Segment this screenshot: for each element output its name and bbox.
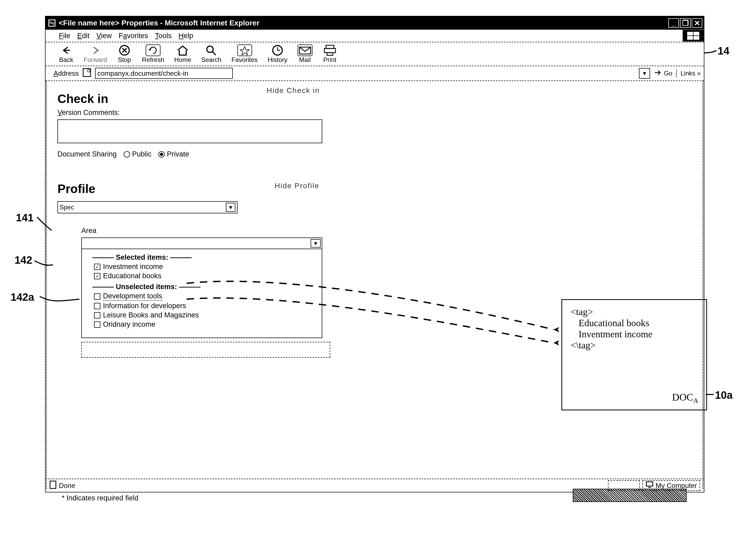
address-bar: Address companyx.document/check-in ▾ Go … (46, 66, 704, 81)
history-button[interactable]: History (268, 44, 288, 64)
svg-rect-3 (687, 36, 693, 40)
checkbox-icon (94, 312, 100, 318)
hide-profile-link[interactable]: Hide Profile (275, 182, 319, 190)
item-ordinary-income[interactable]: Oridnary income (94, 320, 316, 329)
done-status: Done (49, 480, 75, 491)
history-icon (270, 44, 285, 56)
page-icon (82, 68, 91, 79)
item-development-tools[interactable]: Development tools (94, 292, 316, 301)
doc-line2: Inventment income (579, 329, 698, 340)
sharing-private-radio[interactable]: Private (158, 150, 189, 158)
area-label: Area (81, 227, 330, 235)
spec-select[interactable]: Spec ▾ (57, 201, 238, 213)
dropdown-icon[interactable]: ▾ (311, 239, 321, 248)
ie-window: <File name here> Properties - Microsoft … (45, 16, 704, 492)
area-listbox[interactable]: ▾ Selected items: Investment income Educ… (81, 237, 322, 338)
annot-10a: 10a (715, 389, 733, 401)
unselected-items: Development tools Information for develo… (94, 292, 316, 329)
selected-items-heading: Selected items: (92, 253, 316, 262)
status-bar: Done My Computer (46, 479, 704, 492)
close-button[interactable]: ✕ (692, 18, 702, 28)
menu-view[interactable]: View (96, 32, 112, 40)
dropdown-icon: ▾ (226, 203, 235, 212)
sharing-public-radio[interactable]: Public (124, 150, 152, 158)
menu-help[interactable]: Help (178, 32, 193, 40)
version-comments-input[interactable] (57, 119, 322, 143)
svg-rect-10 (324, 48, 335, 53)
area-section: Area ▾ Selected items: Investment income… (81, 227, 330, 358)
mail-button[interactable]: Mail (298, 44, 312, 64)
svg-rect-15 (646, 482, 653, 486)
address-dropdown[interactable]: ▾ (639, 68, 650, 79)
doc-label: DOCA (672, 391, 698, 405)
checkin-section: Check in Version Comments: Document Shar… (57, 92, 333, 158)
item-info-for-developers[interactable]: Information for developers (94, 302, 316, 310)
item-investment-income[interactable]: Investment income (94, 263, 316, 271)
version-comments-label: Version Comments: (57, 109, 333, 117)
forward-button[interactable]: Forward (84, 44, 107, 64)
menu-tools[interactable]: Tools (155, 32, 172, 40)
svg-point-6 (207, 46, 213, 52)
profile-section: Profile Spec ▾ (57, 182, 238, 213)
refresh-button[interactable]: Refresh (142, 44, 164, 64)
tag-open: <tag> (571, 306, 698, 317)
throbber-icon (683, 30, 704, 42)
content-pane: Hide Check in Check in Version Comments:… (46, 81, 703, 489)
required-note: * Indicates required field (62, 494, 138, 502)
stop-button[interactable]: Stop (117, 44, 132, 64)
menu-favorites[interactable]: Favorites (119, 32, 148, 40)
mail-icon (298, 44, 312, 56)
forward-arrow-icon (88, 44, 103, 56)
back-arrow-icon (59, 44, 74, 56)
address-label: Address (53, 69, 79, 78)
doc-tag-box: <tag> Educational books Inventment incom… (561, 299, 707, 410)
item-leisure-books[interactable]: Leisure Books and Magazines (94, 311, 316, 319)
address-input[interactable]: companyx.document/check-in (95, 68, 233, 79)
annot-14: 14 (718, 45, 730, 57)
annot-141: 141 (16, 212, 34, 224)
tag-close: <\tag> (571, 340, 698, 351)
home-button[interactable]: Home (174, 44, 191, 64)
checkbox-icon (94, 303, 100, 309)
home-icon (175, 44, 190, 56)
svg-rect-4 (694, 36, 699, 40)
progress-well (608, 480, 640, 491)
sharing-label: Document Sharing (57, 150, 117, 158)
app-icon (47, 18, 57, 28)
print-button[interactable]: Print (323, 44, 337, 64)
spec-value: Spec (60, 204, 74, 211)
checkbox-icon (94, 321, 100, 328)
area-sub-frame (81, 342, 330, 358)
checkin-heading: Check in (57, 92, 333, 106)
favorites-button[interactable]: Favorites (231, 44, 258, 64)
zone-segment: My Computer (642, 480, 700, 491)
doc-line1: Educational books (579, 317, 698, 329)
menu-bar: File Edit View Favorites Tools Help (46, 30, 704, 42)
print-icon (323, 44, 337, 56)
search-button[interactable]: Search (201, 44, 221, 64)
svg-rect-11 (327, 53, 333, 55)
unselected-items-heading: Unselected items: (92, 283, 316, 291)
checkbox-icon (94, 293, 100, 300)
profile-heading: Profile (57, 182, 238, 196)
title-bar: <File name here> Properties - Microsoft … (46, 16, 704, 30)
menu-file[interactable]: File (59, 32, 70, 40)
svg-rect-2 (694, 32, 699, 35)
annot-142: 142 (15, 254, 32, 266)
menu-edit[interactable]: Edit (77, 32, 90, 40)
item-educational-books[interactable]: Educational books (94, 272, 316, 280)
favorites-icon (237, 44, 252, 56)
go-button[interactable]: Go (654, 69, 672, 78)
annot-142a: 142a (11, 291, 34, 303)
maximize-button[interactable]: ❐ (680, 18, 691, 28)
svg-rect-1 (687, 32, 693, 35)
links-button[interactable]: Links » (676, 70, 701, 77)
svg-rect-14 (50, 481, 56, 488)
toolbar: Back Forward Stop Refresh Home (46, 42, 704, 66)
checkbox-icon (94, 264, 100, 270)
selected-items: Investment income Educational books (94, 263, 316, 280)
minimize-button[interactable]: _ (668, 18, 679, 28)
stop-icon (117, 44, 132, 56)
back-button[interactable]: Back (59, 44, 74, 64)
svg-rect-9 (326, 45, 334, 48)
